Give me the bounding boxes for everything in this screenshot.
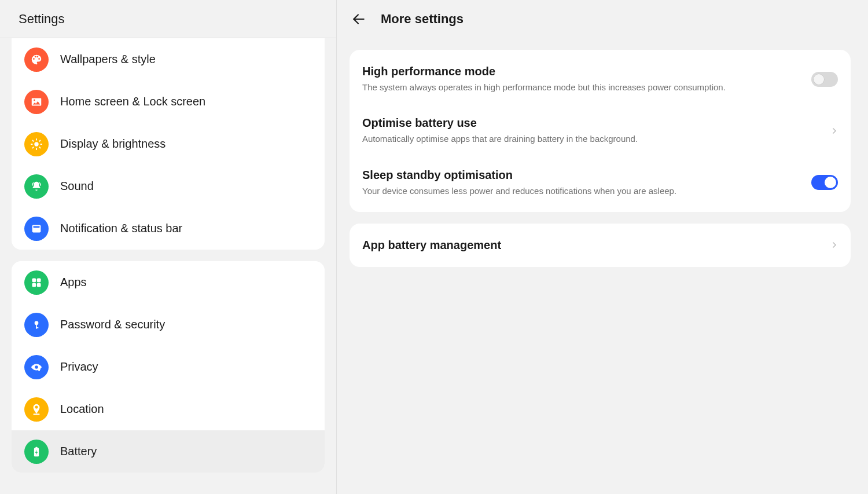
svg-point-19 bbox=[35, 365, 38, 369]
sidebar-header: Settings bbox=[0, 0, 336, 38]
arrow-left-icon bbox=[351, 12, 366, 27]
sidebar-item-label: Notification & status bar bbox=[60, 222, 182, 235]
sidebar-item-home-lock[interactable]: Home screen & Lock screen bbox=[12, 80, 325, 123]
sidebar-item-notification[interactable]: Notification & status bar bbox=[12, 207, 325, 250]
palette-icon bbox=[24, 47, 49, 72]
row-text: Optimise battery use Automatically optim… bbox=[362, 116, 831, 145]
sidebar-item-label: Location bbox=[60, 402, 104, 416]
svg-rect-15 bbox=[37, 283, 41, 287]
row-desc: Your device consumes less power and redu… bbox=[362, 185, 800, 197]
row-optimise-battery[interactable]: Optimise battery use Automatically optim… bbox=[350, 105, 851, 156]
sidebar-item-display[interactable]: Display & brightness bbox=[12, 123, 325, 165]
svg-rect-18 bbox=[36, 327, 38, 328]
sidebar-item-label: Privacy bbox=[60, 360, 98, 374]
apps-icon bbox=[24, 270, 49, 295]
sidebar-item-label: Sound bbox=[60, 180, 94, 193]
sidebar-scroll[interactable]: Wallpapers & style Home screen & Lock sc… bbox=[0, 38, 336, 494]
sidebar-item-sound[interactable]: Sound bbox=[12, 165, 325, 207]
svg-rect-21 bbox=[38, 369, 40, 371]
back-button[interactable] bbox=[348, 9, 369, 30]
row-app-battery-management[interactable]: App battery management bbox=[350, 227, 851, 264]
row-sleep-standby[interactable]: Sleep standby optimisation Your device c… bbox=[350, 157, 851, 208]
main-content: High performance mode The system always … bbox=[337, 38, 868, 494]
row-desc: The system always operates in high perfo… bbox=[362, 82, 800, 93]
svg-point-16 bbox=[35, 321, 39, 325]
sidebar-item-wallpapers[interactable]: Wallpapers & style bbox=[12, 38, 325, 80]
toggle-sleep-standby[interactable] bbox=[811, 175, 838, 190]
svg-rect-12 bbox=[32, 278, 36, 282]
svg-line-6 bbox=[39, 147, 40, 148]
sidebar-item-label: Apps bbox=[60, 276, 87, 289]
row-text: Sleep standby optimisation Your device c… bbox=[362, 169, 811, 197]
row-title: High performance mode bbox=[362, 65, 800, 78]
location-icon bbox=[24, 397, 49, 422]
sidebar-group-0: Wallpapers & style Home screen & Lock sc… bbox=[12, 38, 325, 250]
privacy-icon bbox=[24, 355, 49, 379]
sidebar-item-label: Battery bbox=[60, 445, 97, 458]
sidebar-item-label: Home screen & Lock screen bbox=[60, 95, 205, 108]
bell-icon bbox=[24, 174, 49, 199]
battery-icon bbox=[24, 440, 49, 464]
svg-rect-22 bbox=[34, 414, 40, 415]
row-desc: Automatically optimise apps that are dra… bbox=[362, 133, 819, 145]
svg-rect-11 bbox=[34, 226, 40, 228]
sidebar-item-privacy[interactable]: Privacy bbox=[12, 346, 325, 388]
row-title: Sleep standby optimisation bbox=[362, 169, 800, 182]
sidebar-item-label: Display & brightness bbox=[60, 137, 165, 151]
settings-group-1: App battery management bbox=[350, 224, 851, 267]
sidebar-item-label: Wallpapers & style bbox=[60, 53, 156, 66]
svg-line-8 bbox=[39, 140, 40, 141]
svg-rect-13 bbox=[37, 278, 41, 282]
chevron-right-icon bbox=[831, 126, 838, 136]
sidebar-item-apps[interactable]: Apps bbox=[12, 261, 325, 303]
sidebar-item-battery[interactable]: Battery bbox=[12, 430, 325, 473]
sidebar-title: Settings bbox=[19, 12, 65, 27]
image-icon bbox=[24, 90, 49, 114]
sun-icon bbox=[24, 132, 49, 156]
svg-rect-24 bbox=[35, 447, 37, 448]
key-icon bbox=[24, 313, 49, 337]
main-header: More settings bbox=[337, 0, 868, 38]
chevron-right-icon bbox=[831, 240, 838, 250]
row-title: App battery management bbox=[362, 239, 819, 252]
page-title: More settings bbox=[381, 12, 464, 27]
svg-line-7 bbox=[32, 147, 33, 148]
svg-line-5 bbox=[32, 140, 33, 141]
svg-rect-14 bbox=[32, 283, 36, 287]
sidebar-item-label: Password & security bbox=[60, 318, 165, 331]
row-title: Optimise battery use bbox=[362, 116, 819, 130]
row-text: App battery management bbox=[362, 239, 831, 252]
statusbar-icon bbox=[24, 217, 49, 241]
sidebar-item-security[interactable]: Password & security bbox=[12, 303, 325, 346]
main-panel: More settings High performance mode The … bbox=[337, 0, 868, 494]
row-high-performance[interactable]: High performance mode The system always … bbox=[350, 53, 851, 105]
sidebar-group-1: Apps Password & security Privacy Locatio… bbox=[12, 261, 325, 473]
toggle-high-performance[interactable] bbox=[811, 72, 838, 87]
settings-sidebar: Settings Wallpapers & style Home screen … bbox=[0, 0, 337, 494]
sidebar-item-location[interactable]: Location bbox=[12, 388, 325, 430]
row-text: High performance mode The system always … bbox=[362, 65, 811, 93]
svg-point-0 bbox=[34, 142, 38, 146]
settings-group-0: High performance mode The system always … bbox=[350, 50, 851, 212]
